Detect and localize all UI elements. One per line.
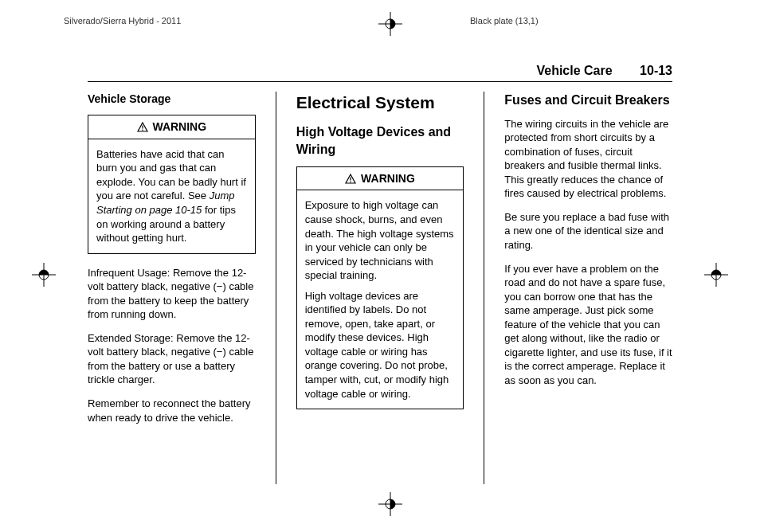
- warning-voltage-p1: Exposure to high voltage can cause shock…: [305, 198, 456, 282]
- warning-header: WARNING: [88, 115, 255, 139]
- warning-label: WARNING: [152, 120, 206, 133]
- warning-body: Batteries have acid that can burn you an…: [88, 139, 255, 253]
- vehicle-storage-heading: Vehicle Storage: [88, 92, 256, 107]
- warning-label: WARNING: [361, 172, 415, 185]
- column-1: Vehicle Storage WARNING Batteries have a…: [88, 92, 256, 484]
- crop-mark-right-icon: [704, 263, 728, 287]
- warning-header: WARNING: [297, 167, 464, 191]
- content-area: Vehicle Storage WARNING Batteries have a…: [88, 92, 672, 484]
- warning-triangle-icon: [137, 120, 151, 133]
- extended-storage-text: Extended Storage: Remove the 12-volt bat…: [88, 331, 256, 387]
- warning-voltage-p2: High voltage devices are identified by l…: [305, 289, 456, 401]
- crop-mark-top-icon: [378, 12, 402, 36]
- crop-mark-left-icon: [32, 263, 56, 287]
- column-divider-1: [276, 92, 276, 484]
- crop-mark-bottom-icon: [378, 492, 402, 516]
- column-3: Fuses and Circuit Breakers The wiring ci…: [504, 92, 672, 484]
- section-header: Vehicle Care 10-13: [88, 64, 672, 82]
- fuses-heading: Fuses and Circuit Breakers: [504, 92, 672, 109]
- section-title: Vehicle Care: [536, 64, 612, 77]
- warning-box-voltage: WARNING Exposure to high voltage can cau…: [296, 166, 464, 410]
- column-divider-2: [484, 92, 484, 484]
- reconnect-text: Remember to reconnect the battery when r…: [88, 397, 256, 424]
- section-number: 10-13: [640, 64, 672, 77]
- fuses-p1: The wiring circuits in the vehicle are p…: [504, 117, 672, 201]
- warning-triangle-icon: [345, 172, 359, 185]
- manual-title: Silverado/Sierra Hybrid - 2011: [64, 16, 181, 25]
- warning-box-storage: WARNING Batteries have acid that can bur…: [88, 115, 256, 254]
- warning-body: Exposure to high voltage can cause shock…: [297, 190, 464, 409]
- svg-point-13: [142, 130, 143, 131]
- high-voltage-heading: High Voltage Devices and Wiring: [296, 123, 464, 158]
- column-2: Electrical System High Voltage Devices a…: [296, 92, 464, 484]
- plate-info: Black plate (13,1): [470, 16, 539, 25]
- fuses-p3: If you ever have a problem on the road a…: [504, 262, 672, 388]
- svg-point-15: [350, 181, 351, 182]
- infrequent-usage-text: Infrequent Usage: Remove the 12-volt bat…: [88, 266, 256, 322]
- fuses-p2: Be sure you replace a bad fuse with a ne…: [504, 210, 672, 252]
- electrical-system-heading: Electrical System: [296, 92, 464, 114]
